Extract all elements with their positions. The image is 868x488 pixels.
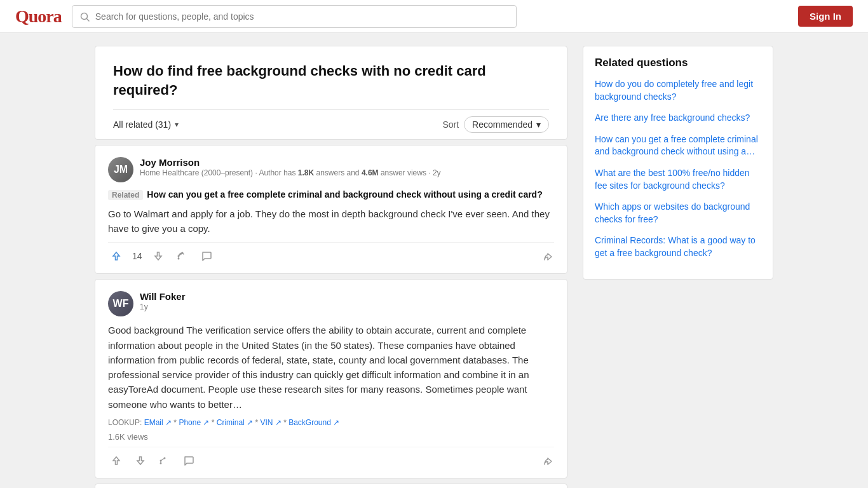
all-related-button[interactable]: All related (31) ▾ [113, 119, 179, 130]
sort-area: Sort Recommended ▾ [442, 116, 549, 133]
related-question-text: How can you get a free complete criminal… [147, 189, 542, 200]
author-row: WF Will Foker 1y [108, 291, 554, 316]
share-icon [159, 455, 170, 466]
action-bar: 14 [108, 242, 554, 264]
answers-count: 1.8K [298, 168, 314, 177]
downvote-icon [135, 455, 146, 466]
related-question-link[interactable]: Criminal Records: What is a good way to … [595, 235, 756, 258]
all-related-label: All related (31) [113, 119, 171, 130]
answer-item: JM Joy Morrison Home Healthcare (2000–pr… [95, 145, 567, 274]
upvote-count: 14 [132, 251, 142, 261]
related-question-link[interactable]: What are the best 100% free/no hidden fe… [595, 168, 750, 191]
search-icon [80, 10, 90, 22]
lookup-links: LOOKUP: EMail ↗ * Phone ↗ * Criminal ↗ *… [108, 418, 554, 427]
answer-list: JM Joy Morrison Home Healthcare (2000–pr… [95, 140, 567, 488]
search-bar[interactable] [72, 5, 517, 28]
upvote-button[interactable] [108, 248, 125, 264]
related-question-item: Are there any free background checks? [595, 112, 761, 125]
author-meta: Home Healthcare (2000–present) · Author … [140, 168, 554, 179]
related-question-link[interactable]: How do you do completely free and legit … [595, 79, 753, 102]
answer-views: 1.6K views [108, 432, 554, 442]
related-tag: Related [108, 190, 143, 200]
answer-toolbar: All related (31) ▾ Sort Recommended ▾ [113, 109, 549, 139]
forward-button[interactable] [543, 250, 554, 263]
lookup-prefix: LOOKUP: [108, 418, 144, 427]
answer-item: WF Will Foker 1y Good background The ver… [95, 279, 567, 478]
forward-button[interactable] [543, 454, 554, 467]
forward-icon [543, 251, 554, 262]
chevron-down-icon: ▾ [175, 120, 179, 129]
question-card: How do find free background checks with … [95, 46, 567, 140]
action-bar [108, 447, 554, 469]
sort-recommended-button[interactable]: Recommended ▾ [464, 116, 549, 133]
answer-body: Good background The verification service… [108, 323, 554, 412]
svg-line-1 [86, 18, 89, 21]
avatar: JM [108, 157, 133, 182]
comment-button[interactable] [180, 452, 197, 469]
views-count-meta: 4.6M [362, 168, 379, 177]
main-column: How do find free background checks with … [95, 46, 567, 488]
header: Quora Sign In [0, 0, 868, 33]
answer-body: Go to Walmart and apply for a job. They … [108, 207, 554, 236]
related-question-link[interactable]: Which apps or websites do background che… [595, 201, 750, 224]
related-question-item: How can you get a free complete criminal… [595, 133, 761, 158]
quora-logo[interactable]: Quora [15, 6, 62, 27]
lookup-criminal-link[interactable]: Criminal ↗ [217, 418, 253, 427]
author-name[interactable]: Joy Morrison [140, 157, 554, 168]
lookup-email-link[interactable]: EMail ↗ [144, 418, 172, 427]
page-body: How do find free background checks with … [85, 33, 783, 488]
related-question-link[interactable]: Are there any free background checks? [595, 112, 750, 123]
author-row: JM Joy Morrison Home Healthcare (2000–pr… [108, 157, 554, 182]
share-button[interactable] [156, 452, 173, 469]
sign-in-button[interactable]: Sign In [798, 6, 853, 27]
downvote-button[interactable] [150, 248, 166, 264]
related-question-item: What are the best 100% free/no hidden fe… [595, 167, 761, 192]
sidebar: Related questions How do you do complete… [583, 46, 773, 488]
author-info: Joy Morrison Home Healthcare (2000–prese… [140, 157, 554, 179]
forward-icon [543, 456, 554, 467]
downvote-icon [153, 250, 164, 262]
lookup-background-link[interactable]: BackGround ↗ [288, 418, 339, 427]
related-question-block: RelatedHow can you get a free complete c… [108, 189, 554, 201]
upvote-button[interactable] [108, 452, 125, 469]
sort-label: Sort [442, 119, 459, 130]
related-questions-card: Related questions How do you do complete… [583, 46, 773, 280]
author-info: Will Foker 1y [140, 291, 554, 313]
question-title: How do find free background checks with … [113, 62, 549, 99]
share-button[interactable] [174, 248, 191, 264]
lookup-phone-link[interactable]: Phone ↗ [179, 418, 209, 427]
author-meta: 1y [140, 302, 554, 313]
recommended-label: Recommended [472, 119, 532, 130]
answer-item: KB Kanthaswamy Balasubramaniam Lawyer · … [95, 484, 567, 488]
avatar: WF [108, 291, 133, 316]
search-input[interactable] [95, 11, 508, 22]
comment-icon [183, 455, 194, 466]
comment-button[interactable] [198, 248, 215, 264]
lookup-vin-link[interactable]: VIN ↗ [260, 418, 281, 427]
related-question-item: Criminal Records: What is a good way to … [595, 234, 761, 259]
author-name[interactable]: Will Foker [140, 291, 554, 302]
downvote-button[interactable] [132, 452, 149, 469]
related-question-item: Which apps or websites do background che… [595, 201, 761, 226]
upvote-icon [111, 455, 122, 466]
related-questions-title: Related questions [595, 57, 761, 69]
comment-icon [201, 250, 212, 262]
upvote-icon [111, 250, 122, 262]
sort-chevron-icon: ▾ [536, 119, 541, 130]
share-icon [177, 250, 188, 262]
related-question-link[interactable]: How can you get a free complete criminal… [595, 134, 758, 157]
related-question-item: How do you do completely free and legit … [595, 78, 761, 103]
